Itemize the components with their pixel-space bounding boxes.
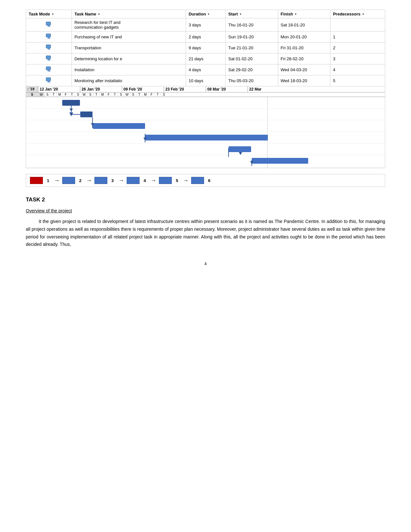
legend-number-1: 1 <box>45 178 51 183</box>
th-task-name-label: Task Name <box>74 12 96 16</box>
task-mode-icon <box>45 55 52 62</box>
svg-rect-2 <box>47 26 50 26</box>
day-label-w1: W <box>38 92 44 97</box>
svg-rect-8 <box>47 49 50 49</box>
day-label-f3: F <box>149 92 155 97</box>
predecessors-cell <box>330 18 385 32</box>
gantt-row-3 <box>26 120 385 132</box>
legend-arrow-4: → <box>151 177 156 184</box>
gantt-bar-5 <box>229 146 251 152</box>
task-name-cell: Research for best IT and communication g… <box>72 18 186 32</box>
predecessors-dropdown-icon[interactable]: ▼ <box>362 13 365 16</box>
table-row: Monitoring after installatio10 daysThu 0… <box>26 75 385 86</box>
day-label-m2: M <box>100 92 106 97</box>
gantt-month-row: : '19 12 Jan '20 26 Jan '20 09 Feb '20 2… <box>26 86 385 92</box>
th-finish: Finish ▼ <box>278 10 330 18</box>
svg-rect-10 <box>48 59 49 60</box>
task-mode-cell <box>26 32 72 43</box>
legend-box-3 <box>94 177 107 184</box>
legend-item-6: 6 <box>191 177 212 184</box>
day-label-s1: S <box>26 92 38 97</box>
task-mode-icon <box>45 33 52 40</box>
start-cell: Tue 21-01-20 <box>226 43 278 53</box>
svg-rect-5 <box>47 38 50 38</box>
task2-paragraph: It the given project is related to devel… <box>26 218 385 248</box>
gantt-body <box>26 97 385 168</box>
day-label-t5: T <box>136 92 142 97</box>
legend-number-6: 6 <box>206 178 212 183</box>
task-mode-icon <box>45 21 52 28</box>
svg-rect-4 <box>48 37 49 38</box>
task-name-cell: Monitoring after installatio <box>72 75 186 86</box>
start-dropdown-icon[interactable]: ▼ <box>239 13 242 16</box>
duration-cell: 2 days <box>186 32 226 43</box>
day-label-w3: W <box>124 92 130 97</box>
day-label-m1: M <box>57 92 63 97</box>
gantt-row-5 <box>26 143 385 155</box>
svg-rect-0 <box>46 22 51 25</box>
gantt-row-2 <box>26 109 385 120</box>
finish-cell: Fri 28-02-20 <box>278 53 330 64</box>
duration-cell: 10 days <box>186 75 226 86</box>
day-label-f2: F <box>106 92 112 97</box>
th-task-mode: Task Mode ▼ <box>26 10 72 18</box>
gantt-bar-6 <box>252 158 308 164</box>
svg-rect-17 <box>47 82 50 82</box>
day-label-f1: F <box>63 92 69 97</box>
svg-rect-13 <box>48 70 49 71</box>
duration-dropdown-icon[interactable]: ▼ <box>207 13 210 16</box>
day-label-t4: T <box>112 92 118 97</box>
legend-item-1: 1 <box>30 177 51 184</box>
finish-dropdown-icon[interactable]: ▼ <box>294 13 297 16</box>
month-label-1: 12 Jan '20 <box>38 86 80 92</box>
th-predecessors-label: Predecessors <box>333 12 360 16</box>
gantt-bar-2 <box>80 111 93 117</box>
predecessors-cell: 4 <box>330 64 385 75</box>
gantt-table: Task Mode ▼ Task Name ▼ Duration ▼ Start <box>26 10 385 86</box>
legend-item-4: 4 <box>127 177 148 184</box>
legend-box-2 <box>62 177 75 184</box>
th-start-label: Start <box>228 12 238 16</box>
legend-box-1 <box>30 177 43 184</box>
finish-cell: Mon 20-01-20 <box>278 32 330 43</box>
start-cell: Sat 29-02-20 <box>226 64 278 75</box>
svg-rect-1 <box>48 25 49 26</box>
task-mode-dropdown-icon[interactable]: ▼ <box>51 13 54 16</box>
table-row: Research for best IT and communication g… <box>26 18 385 32</box>
day-label-t1: T <box>51 92 57 97</box>
task2-body: It the given project is related to devel… <box>26 218 385 248</box>
day-label-s5: S <box>118 92 124 97</box>
task-mode-icon <box>45 44 52 51</box>
page-number: 4 <box>26 261 385 266</box>
task-name-cell: Purchasing of new IT and <box>72 32 186 43</box>
th-finish-label: Finish <box>281 12 293 16</box>
legend-box-5 <box>159 177 172 184</box>
finish-cell: Wed 04-03-20 <box>278 64 330 75</box>
svg-rect-12 <box>46 67 51 70</box>
task-mode-icon <box>45 66 52 73</box>
month-label-2: 26 Jan '20 <box>80 86 122 92</box>
th-task-mode-label: Task Mode <box>29 12 50 16</box>
task-mode-cell <box>26 75 72 86</box>
legend-item-5: 5 <box>159 177 180 184</box>
th-predecessors: Predecessors ▼ <box>330 10 385 18</box>
start-cell: Sat 01-02-20 <box>226 53 278 64</box>
svg-rect-16 <box>48 81 49 82</box>
gantt-row-6 <box>26 155 385 168</box>
svg-rect-14 <box>47 71 50 71</box>
predecessors-cell: 5 <box>330 75 385 86</box>
day-label-t3: T <box>93 92 100 97</box>
task-name-dropdown-icon[interactable]: ▼ <box>98 13 101 16</box>
task-name-cell: Determining location for e <box>72 53 186 64</box>
timeline-legend: 1 → 2 → 3 → 4 → 5 → 6 <box>26 174 385 187</box>
month-label-5: 08 Mar '20 <box>206 86 248 92</box>
gantt-bar-1 <box>62 100 80 106</box>
day-label-s6: S <box>130 92 136 97</box>
finish-cell: Wed 18-03-20 <box>278 75 330 86</box>
legend-arrow-1: → <box>54 177 60 184</box>
duration-cell: 3 days <box>186 18 226 32</box>
legend-arrow-5: → <box>183 177 189 184</box>
gantt-row-1 <box>26 97 385 109</box>
svg-rect-3 <box>46 34 51 37</box>
th-task-name: Task Name ▼ <box>72 10 186 18</box>
